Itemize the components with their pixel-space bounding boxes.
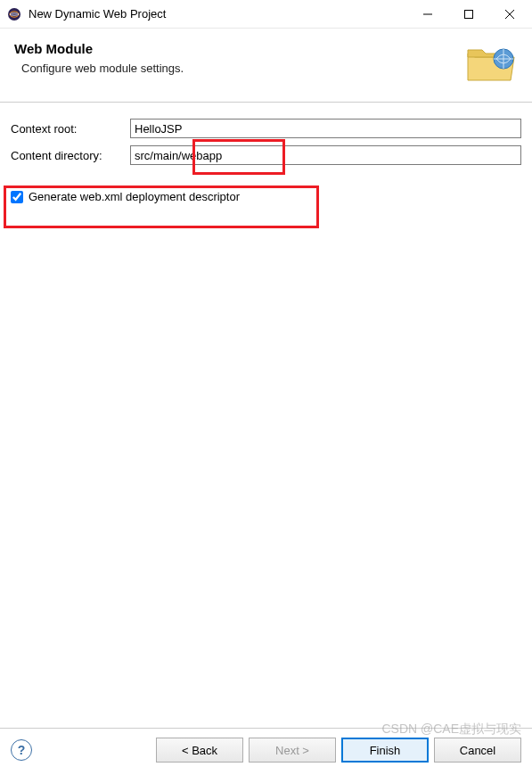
- finish-button[interactable]: Finish: [341, 738, 429, 763]
- maximize-button[interactable]: [448, 1, 489, 28]
- back-button[interactable]: < Back: [156, 738, 243, 763]
- context-root-label: Context root:: [11, 122, 125, 136]
- eclipse-icon: [7, 7, 21, 21]
- svg-rect-4: [465, 10, 473, 18]
- context-root-input[interactable]: [130, 119, 521, 138]
- minimize-button[interactable]: [407, 1, 448, 28]
- close-button[interactable]: [489, 1, 530, 28]
- cancel-button[interactable]: Cancel: [434, 738, 521, 763]
- page-title: Web Module: [14, 41, 454, 56]
- content-directory-input[interactable]: [130, 145, 521, 165]
- wizard-content: Context root: Content directory: Generat…: [0, 103, 532, 216]
- content-directory-label: Content directory:: [11, 149, 125, 162]
- wizard-footer: ? < Back Next > Finish Cancel: [0, 728, 532, 775]
- generate-webxml-label[interactable]: Generate web.xml deployment descriptor: [29, 190, 240, 203]
- generate-webxml-row: Generate web.xml deployment descriptor: [11, 188, 521, 205]
- context-root-row: Context root:: [11, 119, 521, 138]
- window-controls: [407, 1, 530, 28]
- wizard-header: Web Module Configure web module settings…: [0, 29, 532, 103]
- content-directory-row: Content directory:: [11, 145, 521, 165]
- help-icon[interactable]: ?: [11, 739, 32, 761]
- next-button: Next >: [249, 738, 336, 763]
- titlebar: New Dynamic Web Project: [0, 0, 532, 29]
- window-title: New Dynamic Web Project: [29, 7, 407, 21]
- page-subtitle: Configure web module settings.: [14, 62, 454, 75]
- generate-webxml-checkbox[interactable]: [11, 191, 23, 203]
- folder-globe-icon: [464, 41, 518, 86]
